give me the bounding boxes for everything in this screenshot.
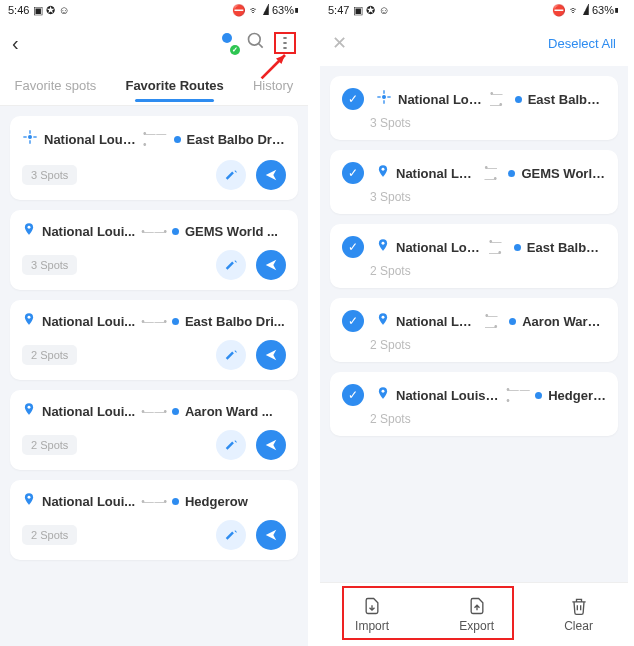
route-card[interactable]: National Loui...•— —•Aaron Ward ...2 Spo… [10, 390, 298, 470]
search-icon[interactable] [246, 31, 266, 55]
route-list-selection: ✓National Louis U...•— —•East Balbo Driv… [320, 66, 628, 582]
edit-button[interactable] [216, 340, 246, 370]
route-start: National Loui... [44, 132, 137, 147]
route-card-selectable[interactable]: ✓National Louis U...•— —•East Balbo Driv… [330, 76, 618, 140]
crosshair-icon [376, 89, 392, 109]
phone-right: 5:47 ▣ ✪ ☺ ⛔ ᯤ ◢ 63%▮ ✕ Deselect All ✓Na… [320, 0, 628, 646]
tabs: Favorite spots Favorite Routes History [0, 66, 308, 106]
cloud-sync-icon[interactable]: ✓ [216, 32, 238, 54]
svg-point-18 [382, 168, 385, 171]
navigate-button[interactable] [256, 520, 286, 550]
navigate-button[interactable] [256, 160, 286, 190]
route-end: East Balbo Drive [528, 92, 606, 107]
clear-label: Clear [564, 619, 593, 633]
spots-count: 2 Spots [22, 525, 77, 545]
import-label: Import [355, 619, 389, 633]
pin-icon [22, 402, 36, 420]
route-card-selectable[interactable]: ✓National Louis U...•— —•GEMS World Aca.… [330, 150, 618, 214]
pin-icon [22, 222, 36, 240]
route-card-selectable[interactable]: ✓National Louis U...•— —•Hedgerow2 Spots [330, 372, 618, 436]
pin-icon [376, 164, 390, 182]
tab-history[interactable]: History [253, 78, 293, 93]
import-button[interactable]: Import [355, 596, 389, 633]
deselect-all-button[interactable]: Deselect All [548, 36, 616, 51]
selection-check-icon[interactable]: ✓ [342, 236, 364, 258]
navigate-button[interactable] [256, 250, 286, 280]
route-end: Aaron Ward Mon... [522, 314, 606, 329]
header: ‹ ✓ [0, 20, 308, 66]
route-separator-icon: •— —• [141, 406, 166, 417]
close-button[interactable]: ✕ [332, 32, 347, 54]
route-separator-icon: •— —• [485, 310, 503, 332]
destination-dot-icon [172, 318, 179, 325]
spots-count: 3 Spots [22, 255, 77, 275]
status-bar: 5:46 ▣ ✪ ☺ ⛔ ᯤ ◢ 63%▮ [0, 0, 308, 20]
destination-dot-icon [514, 244, 521, 251]
more-icon[interactable] [274, 32, 296, 54]
svg-point-4 [29, 136, 32, 139]
header: ✕ Deselect All [320, 20, 628, 66]
route-card-selectable[interactable]: ✓National Louis U...•— —•Aaron Ward Mon.… [330, 298, 618, 362]
route-separator-icon: •— —• [484, 162, 502, 184]
spots-count: 2 Spots [370, 264, 606, 278]
back-button[interactable]: ‹ [12, 32, 19, 55]
export-label: Export [459, 619, 494, 633]
svg-line-1 [259, 44, 263, 48]
spots-count: 2 Spots [22, 435, 77, 455]
tab-favorite-spots[interactable]: Favorite spots [15, 78, 97, 93]
edit-button[interactable] [216, 250, 246, 280]
svg-point-12 [28, 496, 31, 499]
svg-point-11 [28, 406, 31, 409]
route-start: National Loui... [42, 314, 135, 329]
route-start: National Loui... [42, 404, 135, 419]
destination-dot-icon [172, 408, 179, 415]
route-separator-icon: •— —• [141, 316, 166, 327]
spots-count: 3 Spots [370, 116, 606, 130]
status-right-icons: ⛔ ᯤ ◢ 63%▮ [232, 4, 300, 17]
clear-button[interactable]: Clear [564, 596, 593, 633]
route-card[interactable]: National Loui...•— —•GEMS World ...3 Spo… [10, 210, 298, 290]
spots-count: 3 Spots [22, 165, 77, 185]
selection-check-icon[interactable]: ✓ [342, 88, 364, 110]
destination-dot-icon [174, 136, 181, 143]
status-bar: 5:47 ▣ ✪ ☺ ⛔ ᯤ ◢ 63%▮ [320, 0, 628, 20]
edit-button[interactable] [216, 160, 246, 190]
route-start: National Louis U... [398, 92, 484, 107]
selection-check-icon[interactable]: ✓ [342, 162, 364, 184]
destination-dot-icon [508, 170, 515, 177]
route-end: Aaron Ward ... [185, 404, 273, 419]
selection-check-icon[interactable]: ✓ [342, 310, 364, 332]
spots-count: 3 Spots [370, 190, 606, 204]
pin-icon [22, 492, 36, 510]
spots-count: 2 Spots [370, 338, 606, 352]
status-app-icons: ▣ ✪ ☺ [353, 4, 389, 17]
pin-icon [376, 386, 390, 404]
route-card-selectable[interactable]: ✓National Louis U...•— —•East Balbo Driv… [330, 224, 618, 288]
route-end: Hedgerow [548, 388, 606, 403]
navigate-button[interactable] [256, 340, 286, 370]
edit-button[interactable] [216, 430, 246, 460]
route-end: GEMS World ... [185, 224, 278, 239]
navigate-button[interactable] [256, 430, 286, 460]
status-app-icons: ▣ ✪ ☺ [33, 4, 69, 17]
route-card[interactable]: National Loui...•— —•East Balbo Dri...3 … [10, 116, 298, 200]
route-start: National Louis U... [396, 240, 483, 255]
edit-button[interactable] [216, 520, 246, 550]
route-card[interactable]: National Loui...•— —•Hedgerow2 Spots [10, 480, 298, 560]
pin-icon [376, 312, 390, 330]
spots-count: 2 Spots [22, 345, 77, 365]
svg-point-13 [383, 96, 386, 99]
selection-check-icon[interactable]: ✓ [342, 384, 364, 406]
route-card[interactable]: National Loui...•— —•East Balbo Dri...2 … [10, 300, 298, 380]
route-start: National Loui... [42, 494, 135, 509]
destination-dot-icon [515, 96, 522, 103]
destination-dot-icon [535, 392, 542, 399]
pin-icon [376, 238, 390, 256]
destination-dot-icon [509, 318, 516, 325]
route-separator-icon: •— —• [489, 236, 508, 258]
spots-count: 2 Spots [370, 412, 606, 426]
export-button[interactable]: Export [459, 596, 494, 633]
svg-point-10 [28, 316, 31, 319]
tab-favorite-routes[interactable]: Favorite Routes [125, 78, 223, 93]
route-start: National Loui... [42, 224, 135, 239]
